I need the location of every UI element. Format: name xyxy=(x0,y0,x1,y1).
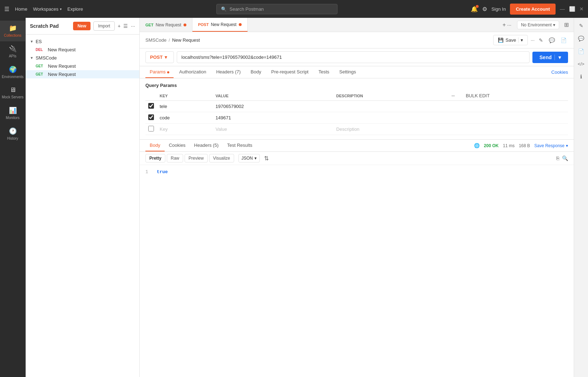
resp-tab-cookies[interactable]: Cookies xyxy=(165,140,190,151)
right-comment-icon[interactable]: 💬 xyxy=(576,33,586,43)
table-more-icon[interactable]: ··· xyxy=(452,94,455,98)
filter-icon[interactable]: ⇅ xyxy=(264,155,269,162)
add-tab-button[interactable]: + xyxy=(501,20,507,30)
req-tab-headers[interactable]: Headers (7) xyxy=(212,66,245,78)
search-input[interactable]: 🔍 Search Postman xyxy=(216,4,337,14)
format-visualize-button[interactable]: Visualize xyxy=(209,154,234,162)
method-badge-del: DEL xyxy=(34,47,44,52)
param-key[interactable]: code xyxy=(157,112,213,124)
sidebar-item-monitors[interactable]: 📊 Monitors xyxy=(0,103,25,124)
nav-workspaces[interactable]: Workspaces ▾ xyxy=(33,6,62,12)
req-tab-params[interactable]: Params xyxy=(145,66,174,78)
col-key-header: KEY xyxy=(157,91,213,101)
collapse-icon: ▼ xyxy=(30,56,33,60)
edit-icon[interactable]: ✎ xyxy=(537,36,545,45)
sidebar-item-apis[interactable]: 🔌 APIs xyxy=(0,41,25,62)
right-code-icon[interactable]: </> xyxy=(576,59,587,69)
param-key[interactable]: tele xyxy=(157,101,213,112)
save-dropdown-arrow[interactable]: ▾ xyxy=(518,37,523,43)
resp-tab-test-results[interactable]: Test Results xyxy=(223,140,257,151)
row-checkbox[interactable] xyxy=(148,103,154,109)
tree-request-es-new[interactable]: DEL New Request xyxy=(26,46,139,54)
tab-label: New Request xyxy=(211,22,237,27)
param-value[interactable]: 19706579002 xyxy=(213,101,334,112)
more-options-dots[interactable]: ··· xyxy=(531,37,535,43)
tree-folder-smscode[interactable]: ▼ SMSCode xyxy=(26,54,139,62)
collapse-icon: ▼ xyxy=(30,40,33,43)
more-options-icon[interactable]: ··· xyxy=(131,23,135,29)
maximize-button[interactable]: ⬜ xyxy=(569,6,575,12)
req-tab-tests[interactable]: Tests xyxy=(314,66,334,78)
sign-in-button[interactable]: Sign In xyxy=(491,6,506,12)
tab-unsaved-dot xyxy=(184,24,186,26)
tab-post-new-request[interactable]: POST New Request xyxy=(192,18,248,32)
response-time: 11 ms xyxy=(503,143,515,148)
param-key-placeholder[interactable]: Key xyxy=(157,124,213,135)
sidebar-icons: 📁 Collections 🔌 APIs 🌍 Environments 🖥 Mo… xyxy=(0,18,26,377)
bell-button[interactable]: 🔔 xyxy=(471,6,478,12)
sidebar-item-collections[interactable]: 📁 Collections xyxy=(0,21,25,41)
param-desc[interactable] xyxy=(334,112,449,124)
sidebar-item-history[interactable]: 🕐 History xyxy=(0,124,25,144)
apis-icon: 🔌 xyxy=(9,45,17,53)
minimize-button[interactable]: — xyxy=(560,6,565,12)
tabs-more-button[interactable]: ··· xyxy=(507,22,511,28)
req-tab-authorization[interactable]: Authorization xyxy=(175,66,211,78)
param-value-placeholder[interactable]: Value xyxy=(213,124,334,135)
save-button[interactable]: 💾 Save ▾ xyxy=(493,35,528,45)
send-button[interactable]: Send ▾ xyxy=(532,52,568,63)
settings-button[interactable]: ⚙ xyxy=(482,6,487,12)
filter-icon[interactable]: ☰ xyxy=(123,23,128,29)
search-icon[interactable]: 🔍 xyxy=(562,155,568,161)
tab-get-new-request[interactable]: GET New Request xyxy=(140,18,192,32)
row-checkbox[interactable] xyxy=(148,114,154,120)
comment-icon[interactable]: 💬 xyxy=(547,36,556,45)
param-value[interactable]: 149671 xyxy=(213,112,334,124)
doc-icon[interactable]: 📄 xyxy=(559,36,568,45)
search-bar: 🔍 Search Postman xyxy=(89,4,465,14)
right-info-icon[interactable]: ℹ xyxy=(578,72,584,82)
req-tab-body[interactable]: Body xyxy=(246,66,265,78)
json-format-select[interactable]: JSON ▾ xyxy=(238,154,260,162)
right-edit-icon[interactable]: ✎ xyxy=(577,21,586,31)
add-collection-icon[interactable]: + xyxy=(118,23,120,29)
bulk-edit-button[interactable]: Bulk Edit xyxy=(466,93,490,98)
req-tab-settings[interactable]: Settings xyxy=(335,66,360,78)
nav-right: 🔔 ⚙ Sign In Create Account — ⬜ ✕ xyxy=(471,4,584,15)
tree-request-sms-2[interactable]: GET New Request xyxy=(26,70,139,78)
nav-home[interactable]: Home xyxy=(15,6,27,12)
response-tabs: Body Cookies Headers (5) Test Results 🌐 … xyxy=(140,140,574,152)
copy-icon[interactable]: ⎘ xyxy=(556,155,559,161)
format-raw-button[interactable]: Raw xyxy=(167,154,183,162)
format-pretty-button[interactable]: Pretty xyxy=(145,154,165,162)
env-settings-icon[interactable]: ⊞ xyxy=(562,19,571,30)
tree-folder-es[interactable]: ▼ ES xyxy=(26,37,139,46)
resp-tab-headers[interactable]: Headers (5) xyxy=(190,140,223,151)
collections-icon: 📁 xyxy=(9,24,17,32)
hamburger-icon[interactable]: ☰ xyxy=(4,6,9,12)
environment-selector[interactable]: No Environment ▾ xyxy=(517,21,559,29)
resp-tab-body[interactable]: Body xyxy=(145,140,165,151)
row-checkbox-empty[interactable] xyxy=(148,126,154,131)
import-button[interactable]: Import xyxy=(93,21,115,31)
param-desc-placeholder[interactable]: Description xyxy=(334,124,449,135)
method-select[interactable]: POST ▾ xyxy=(145,51,174,63)
send-dropdown-arrow[interactable]: ▾ xyxy=(555,55,561,60)
tab-method-label: GET xyxy=(145,23,154,27)
sidebar-item-mock-servers[interactable]: 🖥 Mock Servers xyxy=(0,83,25,103)
save-response-button[interactable]: Save Response ▾ xyxy=(534,143,568,148)
url-input[interactable] xyxy=(177,51,530,63)
format-preview-button[interactable]: Preview xyxy=(185,154,208,162)
notification-dot xyxy=(476,5,479,8)
req-tab-pre-request[interactable]: Pre-request Script xyxy=(267,66,313,78)
param-desc[interactable] xyxy=(334,101,449,112)
new-button[interactable]: New xyxy=(73,22,91,30)
create-account-button[interactable]: Create Account xyxy=(510,4,556,15)
cookies-link[interactable]: Cookies xyxy=(551,69,568,75)
nav-explore[interactable]: Explore xyxy=(67,6,83,12)
close-button[interactable]: ✕ xyxy=(579,6,584,12)
sidebar-item-environments[interactable]: 🌍 Environments xyxy=(0,62,25,83)
response-body-toolbar: Pretty Raw Preview Visualize JSON ▾ ⇅ ⎘ … xyxy=(140,152,574,165)
right-doc-icon[interactable]: 📄 xyxy=(576,46,586,56)
tree-request-sms-1[interactable]: GET New Request xyxy=(26,62,139,70)
